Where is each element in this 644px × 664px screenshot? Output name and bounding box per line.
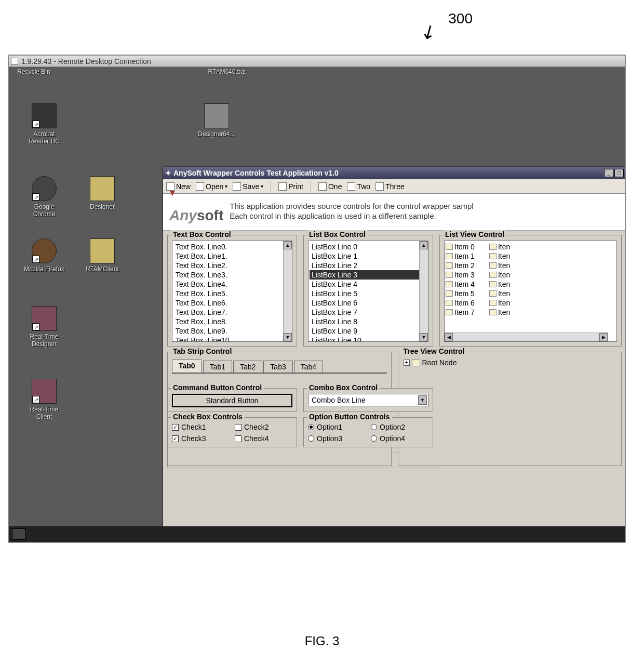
scroll-up-icon[interactable]: ▲ [284,241,292,249]
app-icon: ✦ [165,169,171,177]
listbox-item[interactable]: ListBox Line 7 [310,308,427,317]
check3[interactable]: ✓Check3 [172,434,230,443]
combo-dropdown-icon[interactable]: ▼ [418,395,427,405]
listbox-item[interactable]: ListBox Line 2 [310,261,427,270]
listview-item[interactable]: Iten [489,261,510,270]
combo-box-group: Combo Box Control Combo Box Line ▼ [303,388,433,412]
listview-item[interactable]: Item 1 [446,251,475,261]
listview-item[interactable]: Item 4 [446,280,475,289]
option2-radio [371,424,377,430]
taskbar[interactable] [9,526,625,542]
tab-tab3[interactable]: Tab3 [263,361,292,373]
listview-label: Iten [498,280,510,288]
option2[interactable]: Option2 [371,423,428,431]
open-button[interactable]: Open▾ [196,182,227,191]
logo-soft: soft [197,207,223,223]
listbox-legend: List Box Control [307,230,368,238]
desktop-icon-rtamclient[interactable]: RTAMClient [82,238,123,273]
listview-item[interactable]: Iten [489,308,510,317]
tree-expand-icon[interactable]: + [404,360,410,366]
textbox-control[interactable]: Text Box. Line0.Text Box. Line1.Text Box… [172,241,292,342]
tab-tab4[interactable]: Tab4 [294,361,323,373]
listbox-item[interactable]: ListBox Line 5 [310,289,427,298]
check1[interactable]: ✓Check1 [172,423,230,431]
desktop-icon-rtdesigner[interactable]: ↗ Real-Time Designer [23,306,65,348]
file-icon [489,290,497,297]
file-icon [489,281,497,287]
combo-box[interactable]: Combo Box Line ▼ [308,394,428,406]
listview-item[interactable]: Iten [489,270,510,280]
combo-value: Combo Box Line [312,396,366,404]
three-button[interactable]: Three [375,182,405,191]
listview-item[interactable]: Item 6 [446,298,475,308]
listview-item[interactable]: Iten [489,280,510,289]
desktop-icon-acrobat[interactable]: ↗ Acrobat Reader DC [23,103,65,145]
tree-root-node[interactable]: + Root Node [403,357,618,368]
file-icon [489,309,497,315]
textbox-line: Text Box. Line10. [173,336,291,342]
open-dropdown-icon[interactable]: ▾ [225,183,227,189]
figure-caption: FIG. 3 [305,634,340,648]
desktop-icon-recycle-bin[interactable]: Recycle Bin [13,68,55,75]
listview-item[interactable]: Item 5 [446,289,475,298]
listview-item[interactable]: Item 3 [446,270,475,280]
remote-desktop[interactable]: Recycle Bin RTAM640.bat ↗ Acrobat Reader… [9,67,625,542]
check2[interactable]: Check2 [235,423,292,431]
logo-arrow-icon: ▼ [168,189,177,197]
listbox-item[interactable]: ListBox Line 0 [310,242,427,251]
save-button[interactable]: Save▾ [233,182,263,191]
desktop-icon-designer64[interactable]: Designer64... [196,103,237,138]
scroll-left-icon[interactable]: ◀ [445,333,453,341]
print-button[interactable]: Print [278,182,303,191]
listbox-item[interactable]: ListBox Line 1 [310,251,427,261]
one-button[interactable]: One [318,182,342,191]
start-button-icon[interactable] [12,528,25,540]
listview-control[interactable]: Item 0Item 1Item 2Item 3Item 4Item 5Item… [444,241,617,342]
listview-label: Iten [498,299,510,307]
listbox-item[interactable]: ListBox Line 6 [310,298,427,308]
desktop-icon-firefox[interactable]: ↗ Mozilla Firefox [23,238,65,273]
listview-item[interactable]: Iten [489,298,510,308]
listview-item[interactable]: Item 0 [446,242,475,251]
scroll-right-icon[interactable]: ▶ [599,333,608,341]
listview-item[interactable]: Iten [489,242,510,251]
tab-tab0[interactable]: Tab0 [172,360,202,373]
rdc-titlebar[interactable]: 1.9.29.43 - Remote Desktop Connection [9,56,625,67]
option3[interactable]: Option3 [308,434,366,443]
rtamclient-icon [90,238,115,263]
scroll-down-icon[interactable]: ▼ [420,333,428,341]
standard-button[interactable]: Standard Button [172,394,292,407]
save-dropdown-icon[interactable]: ▾ [261,183,263,189]
maximize-button[interactable]: □ [614,169,624,177]
check4-box [235,435,242,442]
listbox-item[interactable]: ListBox Line 4 [310,280,427,289]
two-button[interactable]: Two [347,182,370,191]
listview-item[interactable]: Iten [489,289,510,298]
scroll-down-icon[interactable]: ▼ [284,333,292,341]
desktop-icon-rtclient[interactable]: ↗ Real-Time Client [23,379,65,420]
listbox-item[interactable]: ListBox Line 8 [310,317,427,326]
listview-control-group: List View Control Item 0Item 1Item 2Item… [439,235,622,347]
option4[interactable]: Option4 [371,434,428,443]
tab-tab2[interactable]: Tab2 [233,361,262,373]
listbox-item[interactable]: ListBox Line 10 [310,336,427,342]
option1[interactable]: Option1 [308,423,366,431]
listview-item[interactable]: Item 2 [446,261,475,270]
desktop-icon-designer[interactable]: Designer [82,176,123,210]
listbox-item[interactable]: ListBox Line 9 [310,326,427,336]
check4[interactable]: Check4 [235,434,292,443]
desktop-icon-chrome[interactable]: ↗ Google Chrome [23,176,65,218]
minimize-button[interactable]: _ [604,169,613,177]
app-body: Text Box Control Text Box. Line0.Text Bo… [163,231,626,472]
textbox-scrollbar[interactable]: ▲▼ [283,241,292,341]
desktop-icon-rtam-bat[interactable]: RTAM640.bat [206,68,248,75]
listbox-scrollbar[interactable]: ▲▼ [419,241,428,341]
listview-item[interactable]: Item 7 [446,308,475,317]
tab-tab1[interactable]: Tab1 [203,361,232,373]
scroll-up-icon[interactable]: ▲ [420,241,428,249]
listview-h-scrollbar[interactable]: ◀▶ [445,333,608,341]
listbox-item[interactable]: ListBox Line 3 [310,270,427,280]
listbox-control[interactable]: ListBox Line 0ListBox Line 1ListBox Line… [308,241,428,342]
app-titlebar[interactable]: ✦ AnySoft Wrapper Controls Test Applicat… [163,167,626,179]
listview-item[interactable]: Iten [489,251,510,261]
